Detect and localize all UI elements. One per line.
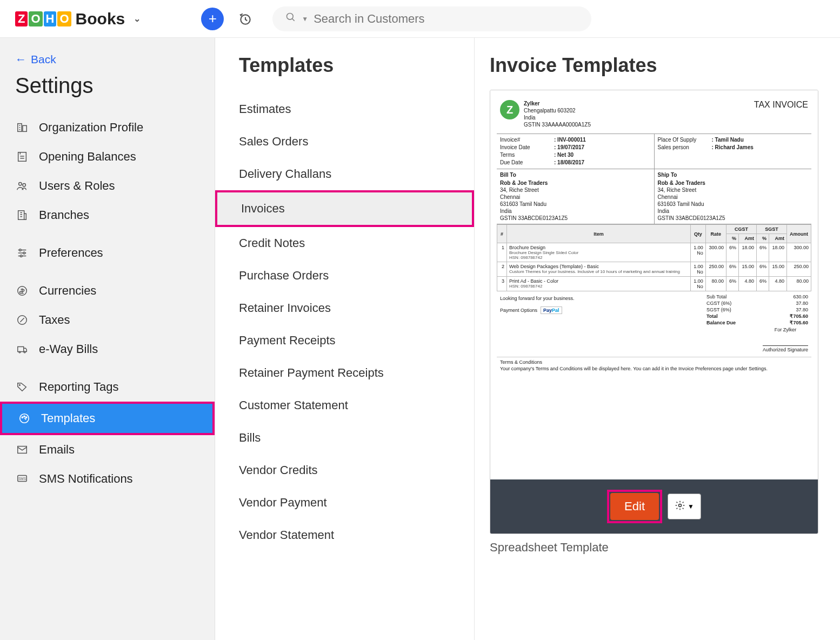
search-icon	[285, 12, 296, 26]
templates-heading: Templates	[215, 54, 474, 93]
invoice-preview: Z Zylker Chengalpattu 603202 India GSTIN…	[490, 90, 818, 479]
chevron-down-icon[interactable]: ⌄	[134, 14, 141, 24]
sidebar-item-emails[interactable]: Emails	[0, 435, 215, 464]
tpl-item-vendor-credits[interactable]: Vendor Credits	[215, 454, 474, 486]
tpl-item-label: Vendor Payment	[239, 496, 327, 509]
tpl-item-estimates[interactable]: Estimates	[215, 93, 474, 125]
svg-rect-13	[18, 346, 24, 351]
caret-down-icon: ▼	[688, 503, 694, 510]
meta-left: Invoice#INV-000011Invoice Date19/07/2017…	[497, 134, 654, 169]
currency-icon	[15, 284, 29, 298]
tpl-item-label: Delivery Challans	[239, 167, 331, 181]
sidebar-item-label: Reporting Tags	[39, 380, 119, 394]
search-bar[interactable]: ▼	[272, 6, 591, 31]
tpl-item-bills[interactable]: Bills	[215, 422, 474, 454]
users-icon	[15, 179, 29, 193]
sidebar-item-label: Taxes	[39, 313, 70, 327]
templates-category-panel: Templates Estimates Sales Orders Deliver…	[215, 38, 475, 640]
items-table: # Item Qty Rate CGST SGST Amount	[497, 224, 811, 291]
sidebar-item-eway-bills[interactable]: e-Way Bills	[0, 335, 215, 364]
svg-point-19	[24, 416, 25, 417]
meta-right: Place Of SupplyTamil NaduSales personRic…	[654, 134, 812, 169]
tpl-item-label: Retainer Invoices	[239, 301, 331, 315]
tags-icon	[15, 380, 29, 394]
sidebar-item-users-roles[interactable]: Users & Roles	[0, 171, 215, 201]
svg-rect-7	[18, 211, 24, 220]
template-card-label: Spreadsheet Template	[490, 541, 825, 555]
svg-point-18	[22, 417, 23, 418]
zoho-logo-icon: ZOHO	[15, 11, 71, 26]
sidebar-item-preferences[interactable]: Preferences	[0, 238, 215, 268]
sidebar-item-reporting-tags[interactable]: Reporting Tags	[0, 372, 215, 402]
search-input[interactable]	[314, 12, 578, 26]
templates-icon	[17, 411, 31, 425]
tpl-item-invoices[interactable]: Invoices	[215, 190, 474, 227]
topbar: ZOHO Books ⌄ + ▼	[0, 0, 840, 38]
tpl-item-label: Bills	[239, 431, 261, 444]
sidebar-item-branches[interactable]: Branches	[0, 201, 215, 230]
svg-point-1	[287, 13, 294, 19]
sidebar-item-label: SMS Notifications	[39, 472, 133, 486]
paypal-badge: PayPal	[541, 306, 562, 314]
template-card[interactable]: Z Zylker Chengalpattu 603202 India GSTIN…	[490, 90, 818, 534]
tpl-item-label: Customer Statement	[239, 398, 348, 412]
sidebar-item-templates[interactable]: Templates	[0, 402, 215, 435]
edit-template-button[interactable]: Edit	[610, 493, 659, 520]
prefs-icon	[15, 246, 29, 260]
sidebar-item-taxes[interactable]: Taxes	[0, 305, 215, 335]
signature-label: Authorized Signature	[763, 345, 808, 352]
tpl-item-vendor-statement[interactable]: Vendor Statement	[215, 519, 474, 551]
svg-point-9	[23, 252, 25, 254]
eway-icon	[15, 342, 29, 356]
sidebar-item-org-profile[interactable]: Organization Profile	[0, 113, 215, 142]
tax-invoice-title: TAX INVOICE	[754, 100, 808, 110]
svg-point-10	[20, 255, 22, 257]
ship-to: Ship To Rob & Joe Traders 34, Riche Stre…	[654, 169, 812, 224]
app-logo[interactable]: ZOHO Books ⌄	[15, 10, 141, 28]
svg-rect-4	[18, 152, 26, 162]
tc-title: Terms & Conditions	[500, 359, 808, 366]
settings-title: Settings	[0, 74, 215, 113]
back-link[interactable]: ← Back	[0, 53, 215, 74]
template-card-footer: Edit ▼	[490, 479, 818, 534]
branches-icon	[15, 208, 29, 222]
settings-sidebar: ← Back Settings Organization Profile Ope…	[0, 38, 215, 640]
company-gstin: GSTIN 33AAAAA0000A1Z5	[524, 121, 591, 128]
svg-point-14	[19, 351, 21, 353]
svg-point-6	[23, 183, 25, 186]
tpl-item-customer-statement[interactable]: Customer Statement	[215, 389, 474, 422]
tpl-item-credit-notes[interactable]: Credit Notes	[215, 227, 474, 259]
company-name: Zylker	[524, 100, 591, 107]
template-options-button[interactable]: ▼	[668, 494, 701, 519]
template-preview-panel: Invoice Templates Z Zylker Chengalpattu …	[475, 38, 840, 640]
tpl-item-delivery-challans[interactable]: Delivery Challans	[215, 158, 474, 190]
for-label: For Zylker	[763, 327, 808, 332]
tpl-item-purchase-orders[interactable]: Purchase Orders	[215, 259, 474, 292]
payment-options-label: Payment Options	[500, 308, 537, 313]
tpl-item-retainer-payment-receipts[interactable]: Retainer Payment Receipts	[215, 357, 474, 389]
tpl-item-retainer-invoices[interactable]: Retainer Invoices	[215, 292, 474, 324]
tpl-item-payment-receipts[interactable]: Payment Receipts	[215, 324, 474, 357]
svg-rect-21	[18, 446, 27, 454]
sidebar-item-label: Branches	[39, 208, 89, 222]
sidebar-item-opening-balances[interactable]: Opening Balances	[0, 142, 215, 171]
tpl-item-vendor-payment[interactable]: Vendor Payment	[215, 486, 474, 519]
tpl-item-sales-orders[interactable]: Sales Orders	[215, 125, 474, 158]
table-row: 3 Print Ad - Basic - ColorHSN: 098786742…	[497, 277, 811, 291]
tpl-item-label: Retainer Payment Receipts	[239, 366, 384, 379]
sidebar-item-label: Templates	[41, 411, 95, 425]
sidebar-item-label: Currencies	[39, 284, 96, 298]
svg-point-16	[19, 384, 21, 385]
quick-create-button[interactable]: +	[201, 8, 224, 30]
table-row: 1 Brochure DesignBrochure Design Single …	[497, 243, 811, 262]
emails-icon	[15, 443, 29, 457]
company-addr: Chengalpattu 603202	[524, 107, 591, 114]
sidebar-item-currencies[interactable]: Currencies	[0, 276, 215, 305]
table-row: 2 Web Design Packages (Template) - Basic…	[497, 262, 811, 277]
back-label: Back	[31, 53, 56, 66]
svg-point-20	[26, 417, 27, 418]
recent-icon[interactable]	[235, 8, 256, 30]
company-country: India	[524, 114, 591, 121]
search-caret-icon[interactable]: ▼	[302, 15, 308, 23]
sidebar-item-sms-notifications[interactable]: SMSSMS Notifications	[0, 464, 215, 494]
